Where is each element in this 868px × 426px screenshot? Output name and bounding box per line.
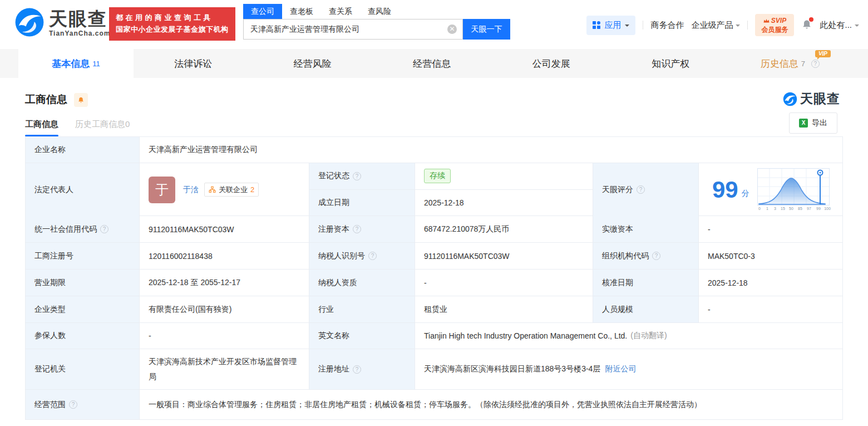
company-name-label: 企业名称 (26, 137, 140, 163)
org-code-label: 组织机构代码 (602, 251, 649, 261)
staff-size-label: 人员规模 (593, 296, 699, 322)
legal-rep-name-link[interactable]: 于浛 (183, 185, 199, 195)
table-row: 企业名称 天津高新产业运营管理有限公司 (26, 137, 842, 163)
help-icon[interactable]: ? (69, 400, 77, 409)
org-code-label-cell: 组织机构代码 ? (593, 243, 699, 269)
tab-label: 法律诉讼 (174, 57, 212, 70)
subtab-history-business-info[interactable]: 历史工商信息0 (75, 119, 130, 136)
company-name-value: 天津高新产业运营管理有限公司 (140, 137, 842, 163)
related-badge-label: 关联企业 (219, 185, 248, 195)
subtab-business-info[interactable]: 工商信息 (25, 119, 58, 136)
industry-label: 行业 (309, 296, 415, 322)
english-name-cell: Tianjin High tech Industry Operation Man… (415, 323, 842, 349)
search-tabs: 查公司 查老板 查关系 查风险 (243, 4, 510, 19)
tab-label: 经营风险 (294, 57, 332, 70)
logo-swirl-icon (14, 7, 45, 40)
help-icon[interactable]: ? (637, 185, 645, 194)
help-icon[interactable]: ? (353, 365, 361, 374)
top-header: 天眼查 TianYanCha.com 都在用的商业查询工具 国家中小企业发展子基… (0, 0, 868, 49)
search-button[interactable]: 天眼一下 (463, 19, 510, 40)
established-label: 成立日期 (309, 190, 415, 216)
export-button[interactable]: X 导出 (789, 112, 837, 134)
taxpayer-quality-value: - (415, 270, 593, 296)
divider (747, 21, 748, 30)
menu-business-cooperation[interactable]: 商务合作 (650, 20, 684, 31)
help-icon[interactable]: ? (100, 225, 108, 233)
reg-number-value: 120116002118438 (140, 243, 309, 269)
apps-menu[interactable]: 应用 (586, 16, 635, 35)
notification-bell-icon[interactable] (801, 19, 812, 32)
svg-text:97: 97 (807, 207, 811, 210)
paid-capital-value: - (699, 216, 842, 242)
subscribe-bell-icon[interactable] (74, 93, 88, 107)
reg-status-value-cell: 存续 (415, 163, 593, 189)
taxpayer-id-label-cell: 纳税人识别号 ? (309, 243, 415, 269)
tab-legal-proceedings[interactable]: 法律诉讼 (134, 49, 253, 78)
tab-history-info[interactable]: VIP 历史信息 7 ? (731, 49, 850, 78)
chevron-down-icon (625, 25, 629, 29)
search-tab-company[interactable]: 查公司 (243, 4, 282, 19)
help-icon[interactable]: ? (652, 252, 660, 260)
svip-member-button[interactable]: SVIP 会员服务 (755, 14, 794, 36)
svg-text:15: 15 (781, 207, 785, 210)
help-icon[interactable]: ? (811, 60, 820, 68)
reg-capital-value: 687472.210078万人民币 (415, 216, 593, 242)
brand-slogan-badge: 都在用的商业查询工具 国家中小企业发展子基金旗下机构 (109, 7, 235, 41)
reg-capital-label-cell: 注册资本 ? (309, 216, 415, 242)
business-term-value: 2025-12-18 至 2055-12-17 (140, 270, 309, 296)
svg-text:100: 100 (824, 207, 831, 210)
reg-capital-label: 注册资本 (318, 224, 349, 234)
help-icon[interactable]: ? (353, 225, 361, 233)
search-input[interactable] (243, 19, 463, 40)
export-label: 导出 (812, 118, 827, 128)
tab-label: 历史信息 (761, 57, 798, 70)
help-icon[interactable]: ? (368, 252, 377, 260)
search-tab-risk[interactable]: 查风险 (360, 4, 399, 19)
tab-operating-info[interactable]: 经营信息 (372, 49, 492, 78)
taxpayer-quality-label: 纳税人资质 (309, 270, 415, 296)
legal-rep-avatar[interactable]: 于 (149, 177, 175, 203)
company-type-label: 企业类型 (26, 296, 140, 322)
related-badge-count: 2 (250, 185, 254, 194)
related-companies-badge[interactable]: 关联企业 2 (204, 183, 259, 197)
section-title: 工商信息 (25, 92, 67, 107)
search-tab-boss[interactable]: 查老板 (282, 4, 321, 19)
notification-dot (809, 17, 813, 22)
svip-line2: 会员服务 (761, 25, 788, 34)
chevron-down-icon (855, 25, 859, 29)
tab-label: 经营信息 (413, 57, 451, 70)
tab-count: 11 (92, 60, 100, 68)
company-nav-tabs: 基本信息 11 法律诉讼 经营风险 经营信息 公司发展 知识产权 VIP 历史信… (0, 49, 868, 78)
tab-company-development[interactable]: 公司发展 (492, 49, 611, 78)
tab-basic-info[interactable]: 基本信息 11 (18, 49, 134, 78)
slogan-line1: 都在用的商业查询工具 (116, 12, 229, 24)
company-type-value: 有限责任公司(国有独资) (140, 296, 309, 322)
apps-grid-icon (593, 21, 600, 29)
tianyancha-logo[interactable]: 天眼查 TianYanCha.com (14, 7, 110, 40)
taxpayer-id-value: 91120116MAK50TC03W (415, 243, 593, 269)
menu-enterprise-products[interactable]: 企业级产品 (691, 20, 740, 31)
credit-code-value: 91120116MAK50TC03W (140, 216, 309, 242)
excel-icon: X (799, 119, 808, 128)
crown-icon (763, 18, 770, 23)
legal-rep-cell: 于 于浛 关联企业 2 (140, 163, 309, 216)
search-tab-relation[interactable]: 查关系 (321, 4, 360, 19)
help-icon[interactable]: ? (353, 172, 361, 180)
vip-badge: VIP (815, 50, 831, 57)
org-chart-icon (209, 186, 216, 193)
chevron-down-icon (736, 25, 740, 29)
divider (643, 21, 643, 30)
svip-line1: SVIP (771, 16, 786, 25)
paid-capital-label: 实缴资本 (593, 216, 699, 242)
score-label: 天眼评分 (602, 185, 633, 195)
tab-intellectual-property[interactable]: 知识产权 (611, 49, 731, 78)
logo-title: 天眼查 (49, 9, 110, 28)
tab-operating-risk[interactable]: 经营风险 (253, 49, 373, 78)
reg-authority-label: 登记机关 (26, 349, 140, 389)
user-account-menu[interactable]: 此处有... (820, 20, 859, 31)
svg-text:99: 99 (816, 207, 821, 210)
nearby-companies-link[interactable]: 附近公司 (605, 364, 636, 374)
clear-search-icon[interactable]: ✕ (447, 25, 457, 34)
business-scope-value: 一般项目：商业综合体管理服务；住房租赁；非居住房地产租赁；机械设备租赁；停车场服… (140, 390, 842, 419)
english-name-value: Tianjin High tech Industry Operation Man… (424, 331, 627, 340)
